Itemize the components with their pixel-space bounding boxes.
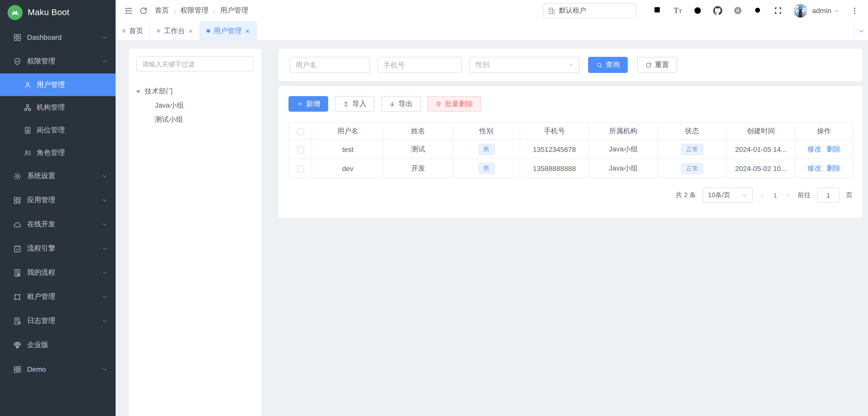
edit-link[interactable]: 修改 <box>807 164 822 172</box>
tenant-select-input[interactable] <box>559 7 631 14</box>
username-field[interactable] <box>289 57 370 73</box>
user-avatar[interactable] <box>794 4 807 17</box>
add-button[interactable]: 新增 <box>288 96 328 112</box>
sidebar-item-system-settings[interactable]: 系统设置 <box>0 164 116 188</box>
close-tab-icon[interactable]: × <box>245 27 250 35</box>
mobile-field[interactable] <box>377 57 462 73</box>
status-badge: 正常 <box>681 163 703 174</box>
table-toolbar: 新增 导入 导出 批量删除 <box>288 96 852 112</box>
gem-icon <box>13 341 22 349</box>
sidebar-item-workflow-engine[interactable]: 流程引擎 <box>0 236 116 261</box>
table-row: dev 开发 男 13588888888 Java小组 正常 2024-05-0… <box>289 159 853 178</box>
sidebar-item-online-dev[interactable]: 在线开发 <box>0 212 116 236</box>
col-actions: 操作 <box>795 122 853 140</box>
post-icon <box>24 126 32 134</box>
sidebar-item-log-management[interactable]: 日志管理 <box>0 309 116 333</box>
export-button[interactable]: 导出 <box>381 96 421 112</box>
sidebar-item-tenant-management[interactable]: 租户管理 <box>0 285 116 309</box>
goto-page-input[interactable] <box>817 188 839 203</box>
chevron-down-icon <box>102 270 107 275</box>
batch-delete-button[interactable]: 批量删除 <box>427 96 481 112</box>
cell-realname: 测试 <box>384 140 453 159</box>
tab-home[interactable]: 首页 <box>116 21 150 41</box>
refresh-icon <box>645 62 652 68</box>
delete-link[interactable]: 删除 <box>827 145 841 153</box>
tree-node-child[interactable]: 测试小组 <box>136 113 254 127</box>
col-create-time: 创建时间 <box>726 122 795 140</box>
gender-select[interactable]: 性别 <box>469 57 580 73</box>
workflow-icon <box>13 244 22 253</box>
user-name: admin <box>812 6 831 14</box>
col-realname: 姓名 <box>384 122 453 140</box>
sidebar-item-dashboard[interactable]: Dashboard <box>0 25 116 49</box>
tree-filter-input[interactable] <box>136 56 254 71</box>
main-column: 首页 › 权限管理 › 用户管理 TT <box>116 0 868 416</box>
sidebar: Maku Boot Dashboard 权限管理 用户管理 机构管理 <box>0 0 116 416</box>
chevron-down-icon <box>858 28 864 34</box>
sidebar-item-org-management[interactable]: 机构管理 <box>0 96 116 119</box>
breadcrumb-home[interactable]: 首页 <box>155 6 169 15</box>
prev-page-icon[interactable] <box>760 192 766 198</box>
gender-badge: 男 <box>478 163 494 174</box>
search-form: 性别 查询 重置 <box>278 49 863 81</box>
sidebar-item-role-management[interactable]: 角色管理 <box>0 141 116 164</box>
table-header-row: 用户名 姓名 性别 手机号 所属机构 状态 创建时间 操作 <box>289 122 853 140</box>
upload-icon <box>343 100 349 107</box>
select-all-checkbox[interactable] <box>297 128 304 135</box>
org-tree: 技术部门 Java小组 测试小组 <box>136 85 254 127</box>
org-icon <box>24 103 32 112</box>
chevron-down-icon <box>102 318 107 324</box>
breadcrumb-permission[interactable]: 权限管理 <box>180 6 209 15</box>
sidebar-item-demo[interactable]: Demo <box>0 357 116 381</box>
tab-list-dropdown[interactable] <box>854 21 868 41</box>
page-number[interactable]: 1 <box>772 191 778 199</box>
caret-down-icon[interactable] <box>136 90 140 93</box>
col-mobile: 手机号 <box>520 122 589 140</box>
tree-node-child[interactable]: Java小组 <box>136 98 254 113</box>
import-button[interactable]: 导入 <box>335 96 374 112</box>
tenant-select[interactable] <box>543 3 637 18</box>
col-gender: 性别 <box>453 122 520 140</box>
sidebar-item-post-management[interactable]: 岗位管理 <box>0 119 116 141</box>
row-checkbox[interactable] <box>297 165 304 172</box>
cell-username: dev <box>312 159 384 178</box>
col-org: 所属机构 <box>589 122 658 140</box>
breadcrumb: 首页 › 权限管理 › 用户管理 <box>155 6 248 15</box>
query-button[interactable]: 查询 <box>588 57 628 73</box>
chevron-up-icon <box>102 59 107 64</box>
more-options-icon[interactable] <box>850 6 859 15</box>
sidebar-item-permission[interactable]: 权限管理 <box>0 49 116 73</box>
reset-button[interactable]: 重置 <box>637 57 677 73</box>
user-table: 用户名 姓名 性别 手机号 所属机构 状态 创建时间 操作 <box>288 122 853 178</box>
globe-icon[interactable] <box>693 6 702 15</box>
chevron-down-icon <box>102 221 107 227</box>
fullscreen-icon[interactable] <box>774 6 782 15</box>
close-tab-icon[interactable]: × <box>188 27 193 35</box>
tab-user-management[interactable]: 用户管理 × <box>200 21 257 41</box>
chevron-down-icon <box>102 173 107 179</box>
breadcrumb-separator: › <box>213 6 216 15</box>
refresh-button[interactable] <box>136 3 151 18</box>
apps-icon <box>13 196 22 205</box>
edit-link[interactable]: 修改 <box>807 145 822 153</box>
top-header: 首页 › 权限管理 › 用户管理 TT <box>116 0 868 21</box>
sidebar-item-app-management[interactable]: 应用管理 <box>0 188 116 212</box>
search-icon[interactable] <box>753 6 763 15</box>
sidebar-item-enterprise[interactable]: 企业版 <box>0 333 116 357</box>
font-size-icon[interactable]: TT <box>674 6 682 14</box>
page-size-select[interactable]: 10条/页 <box>703 188 753 203</box>
translate-icon[interactable] <box>654 6 663 15</box>
sidebar-item-my-workflow[interactable]: 我的流程 <box>0 261 116 285</box>
tab-workbench[interactable]: 工作台 × <box>150 21 200 41</box>
chevron-down-icon <box>102 246 107 251</box>
sidebar-item-user-management[interactable]: 用户管理 <box>0 73 116 96</box>
github-icon[interactable] <box>713 6 722 15</box>
row-checkbox[interactable] <box>297 146 304 153</box>
next-page-icon[interactable] <box>785 192 791 198</box>
collapse-sidebar-button[interactable] <box>121 3 136 18</box>
app-logo[interactable]: Maku Boot <box>0 0 116 25</box>
tree-node-root[interactable]: 技术部门 <box>136 85 254 98</box>
gitee-icon[interactable] <box>733 6 742 15</box>
delete-link[interactable]: 删除 <box>827 164 841 172</box>
user-menu[interactable]: admin <box>812 6 839 14</box>
